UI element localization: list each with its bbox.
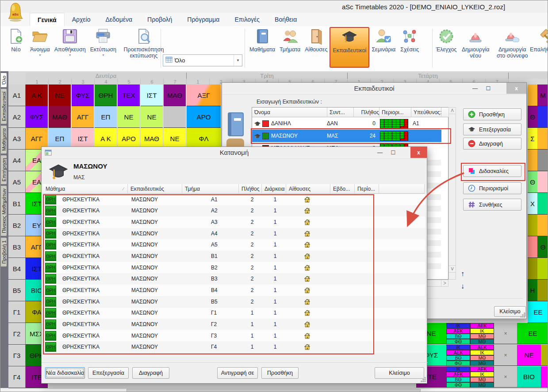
timetable-cell[interactable]: ΑΞΓ [187,85,221,106]
lesson-row-A3[interactable]: ΘΡΗΘΡΗΣΚΕΥΤΙΚΑΜΑΣΩΝΟΥA321 [43,216,425,228]
timetable-mini-cell[interactable]: ΑΕΚ [470,345,494,350]
timetable-empty-cell[interactable]: × [494,345,517,366]
column-header-Διάρκεια[interactable]: Διάρκεια [262,184,286,194]
menu-tab-Επιλογές[interactable]: Επιλογές [227,13,267,26]
menu-tab-Γενικά[interactable]: Γενικά [30,13,65,26]
teachers-vertical-scrollbar[interactable] [448,107,456,280]
column-header-Μάθημα[interactable]: Μάθημα∕ [43,184,128,194]
footer-button-Διαγραφή[interactable]: Διαγραφή [132,367,169,379]
timetable-cell[interactable] [528,85,537,106]
lesson-row-B5[interactable]: ΘΡΗΘΡΗΣΚΕΥΤΙΚΑΜΑΣΩΝΟΥB521 [43,296,425,307]
menu-tab-Δεδομένα[interactable]: Δεδομένα [98,13,140,26]
timetable-mini-cell[interactable]: ΑΕΚ [446,350,470,355]
side-button-Διδασκαλίες[interactable]: Διδασκαλίες [463,165,521,177]
scroll-down-icon[interactable]: ᐯ [448,265,456,273]
timetable-mini-cell[interactable]: ΜΘ [470,361,494,366]
minimize-icon[interactable]: — [375,148,385,157]
scroll-right-icon[interactable]: ᐳ [441,280,448,287]
timetable-cell[interactable]: ΑΓΓ [72,106,94,128]
timetable-cell[interactable] [528,215,537,236]
timetable-cell[interactable]: Θ [528,171,537,193]
sidebar-tab-Όλο[interactable]: Όλο [0,73,7,88]
ribbon-button-Σχέσεις[interactable]: Σχέσεις [398,27,422,54]
timetable-mini-cell[interactable]: ΙΚ [446,345,470,350]
timetable-cell[interactable]: ΦΥΣ [26,106,48,128]
timetable-cell[interactable]: ΙΣΤ [141,85,163,106]
ribbon-button-Άνοιγμα[interactable]: Άνοιγμα▼ [28,27,52,58]
timetable-cell[interactable]: Θ [528,106,537,128]
column-header-Πλήθος[interactable]: Πλήθος [354,108,379,117]
column-header-Πλήθος[interactable]: Πλήθος [239,184,262,194]
menu-tab-Βοήθεια[interactable]: Βοήθεια [267,13,304,26]
view-select[interactable]: Όλο ▼ [163,54,242,66]
column-header-Τμήμα[interactable]: Τμήμα [182,184,239,194]
timetable-cell[interactable] [528,150,537,171]
timetable-cell[interactable] [528,236,537,258]
side-button-Επεξεργασία[interactable]: Επεξεργασία [463,123,521,135]
close-icon[interactable]: x [506,83,526,94]
timetable-mini-cell[interactable]: ΦΘ [446,361,470,366]
timetable-cell[interactable] [537,150,548,171]
lesson-row-A4[interactable]: ΘΡΗΘΡΗΣΚΕΥΤΙΚΑΜΑΣΩΝΟΥA421 [43,228,425,239]
footer-button-Αντιγραφή σε[interactable]: Αντιγραφή σε [217,367,258,379]
lesson-row-A5[interactable]: ΘΡΗΘΡΗΣΚΕΥΤΙΚΑΜΑΣΩΝΟΥA521 [43,239,425,251]
timetable-mini-cell[interactable]: ΑΕΚ [446,328,470,334]
lesson-row-B2[interactable]: ΘΡΗΘΡΗΣΚΕΥΤΙΚΑΜΑΣΩΝΟΥB221 [43,262,425,273]
lesson-row-Γ4[interactable]: ΘΡΗΘΡΗΣΚΕΥΤΙΚΑΜΑΣΩΝΟΥΓ411 [43,341,425,353]
lesson-row-Γ3[interactable]: ΘΡΗΘΡΗΣΚΕΥΤΙΚΑΜΑΣΩΝΟΥΓ311 [43,330,425,342]
main-horizontal-scrollbar[interactable] [8,388,548,392]
timetable-mini-cell[interactable]: ΙΚ [470,350,494,355]
maximize-icon[interactable]: ☐ [483,84,493,92]
timetable-mini-cell[interactable]: ΙΚ [470,372,494,377]
timetable-cell[interactable]: Χ [528,193,537,215]
teachers-dialog-titlebar[interactable]: Εκπαιδευτικοί — ☐ x [222,83,526,95]
column-header-Περίο...[interactable]: Περίο... [355,184,379,194]
column-header-Εβδο...[interactable]: Εβδο... [330,184,355,194]
ribbon-button-Εκτύπωση[interactable]: Εκτύπωση▼ [88,27,119,58]
timetable-cell[interactable] [541,366,548,388]
lesson-row-B1[interactable]: ΘΡΗΘΡΗΣΚΕΥΤΙΚΑΜΑΣΩΝΟΥB121 [43,250,425,262]
timetable-cell[interactable] [537,171,548,193]
timetable-cell[interactable]: ΒΙΟ [517,366,541,388]
close-icon[interactable]: x [410,147,427,158]
timetable-mini-cell[interactable]: ΑΕΚ [470,366,494,372]
view-select-dropdown-button[interactable]: ▼ [234,55,242,66]
lesson-row-A2[interactable]: ΘΡΗΘΡΗΣΚΕΥΤΙΚΑΜΑΣΩΝΟΥA221 [43,205,425,217]
ribbon-button-Έλεγχος[interactable]: Έλεγχος [434,27,458,54]
lesson-row-Γ2[interactable]: ΘΡΗΘΡΗΣΚΕΥΤΙΚΑΜΑΣΩΝΟΥΓ211 [43,319,425,330]
timetable-cell[interactable] [537,106,548,128]
menu-tab-Πρόγραμμα[interactable]: Πρόγραμμα [180,13,227,26]
lesson-row-B3[interactable]: ΘΡΗΘΡΗΣΚΕΥΤΙΚΑΜΑΣΩΝΟΥB321 [43,273,425,285]
timetable-mini-cell[interactable]: ΜΘ [470,334,494,339]
timetable-mini-cell[interactable]: ΙΚ [470,328,494,334]
chevron-down-icon[interactable]: ▼ [102,54,105,57]
timetable-mini-cell[interactable]: ΒΘ [446,355,470,361]
timetable-cell[interactable]: ΝΕ [517,345,541,366]
timetable-empty-cell[interactable]: × [494,366,517,388]
timetable-mini-cell[interactable]: ΜΘ [470,355,494,361]
timetable-cell[interactable]: ΑΡΟ [187,106,221,128]
lesson-row-Γ1[interactable]: ΘΡΗΘΡΗΣΚΕΥΤΙΚΑΜΑΣΩΝΟΥΓ111 [43,307,425,319]
chevron-down-icon[interactable]: ▼ [38,54,42,57]
timetable-mini-cell[interactable]: ΦΘ [446,382,470,388]
timetable-cell[interactable]: Η [528,280,537,301]
sidebar-tab-Προβολή 1[interactable]: Προβολή 1 [0,237,7,267]
column-header-Εκπαιδευτικός[interactable]: Εκπαιδευτικός [128,184,182,194]
column-header-Συντ...[interactable]: Συντ... [327,108,354,117]
timetable-mini-cell[interactable]: ΒΘ [446,377,470,382]
sidebar-tab-Πίνακας Μαθημάτων[interactable]: Πίνακας Μαθημάτων [0,185,7,236]
timetable-cell[interactable] [537,258,548,280]
footer-button-Επεξεργασία[interactable]: Επεξεργασία [88,367,129,379]
side-button-Προσθήκη[interactable]: Προσθήκη [463,108,521,120]
timetable-cell[interactable]: ΕΠ [95,106,117,128]
timetable-mini-cell[interactable]: ΜΘ [470,377,494,382]
column-header-Όνομα[interactable]: Όνομα [252,108,327,117]
sidebar-tab-Εκπαιδευτικοί[interactable]: Εκπαιδευτικοί [0,88,7,124]
ribbon-button-Προεπισκόπηση εκτύπωσης[interactable]: Προεπισκόπηση εκτύπωσης [119,27,169,60]
chevron-down-icon[interactable]: ▼ [69,54,72,57]
timetable-cell[interactable]: ΝΕ [118,106,140,128]
timetable-cell[interactable] [541,345,548,366]
timetable-cell[interactable]: ΕΕ [528,301,548,323]
minimize-icon[interactable]: — [470,84,480,92]
timetable-mini-cell[interactable]: ΑΕΚ [470,323,494,328]
